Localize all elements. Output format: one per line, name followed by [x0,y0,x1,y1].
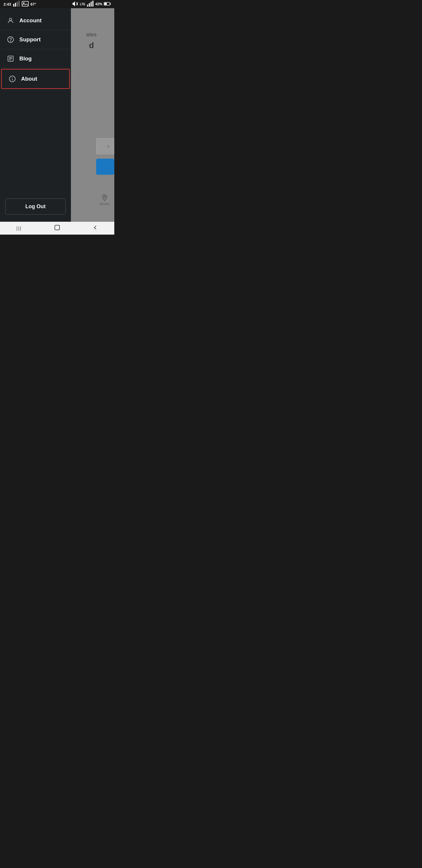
drawer-nav: Account Support [0,8,71,194]
svg-point-46 [85,75,85,76]
svg-rect-3 [19,1,20,6]
svg-point-44 [82,76,82,76]
svg-rect-10 [91,1,92,6]
servers-label: Servers [100,202,109,206]
svg-point-54 [10,41,11,41]
svg-point-18 [83,68,84,69]
svg-point-31 [80,72,80,72]
battery-percent: 42% [95,2,102,6]
svg-point-35 [86,73,86,74]
svg-point-21 [87,67,88,68]
support-label: Support [19,36,41,43]
svg-point-52 [9,18,12,21]
svg-point-23 [90,69,91,69]
svg-point-19 [85,68,85,68]
svg-point-27 [96,69,96,70]
lte-badge: LTE [80,3,85,6]
svg-rect-8 [87,4,88,6]
temperature: 67° [30,2,36,6]
svg-point-25 [93,69,94,70]
svg-point-38 [90,73,91,74]
recent-apps-icon: ||| [17,226,22,231]
person-icon [6,17,15,25]
back-icon [92,224,99,232]
svg-rect-62 [55,225,60,230]
account-label: Account [19,17,42,24]
logout-button[interactable]: Log Out [5,198,66,215]
svg-point-20 [86,69,86,69]
svg-rect-4 [22,1,28,6]
svg-point-39 [91,72,92,73]
svg-point-30 [78,72,79,73]
drawer: Account Support [0,8,71,222]
svg-point-33 [83,73,84,74]
sidebar-item-blog[interactable]: Blog [0,49,71,68]
back-button[interactable] [76,222,114,235]
svg-point-42 [78,75,79,76]
svg-point-29 [98,71,99,72]
svg-point-24 [91,68,92,68]
image-icon [22,0,29,8]
svg-point-48 [87,76,88,76]
svg-rect-0 [13,4,14,7]
svg-rect-14 [104,3,107,5]
mute-icon [71,0,78,8]
svg-point-49 [89,77,89,78]
battery-icon [104,0,111,8]
main-container: ates d › [0,8,114,222]
signal-icon [13,0,20,8]
home-icon [54,224,61,232]
svg-point-22 [89,68,89,69]
info-circle-icon [8,75,17,83]
bg-servers-nav: Servers [100,194,109,206]
svg-point-34 [85,72,85,73]
svg-point-32 [82,73,82,73]
sidebar-item-account[interactable]: Account [0,11,71,30]
status-bar: 2:43 67° LTE [0,0,114,8]
svg-point-26 [94,70,95,71]
sidebar-item-support[interactable]: Support [0,30,71,49]
svg-rect-13 [110,3,111,4]
time: 2:43 [3,2,11,6]
recent-apps-button[interactable]: ||| [0,222,38,235]
svg-point-16 [80,69,80,69]
svg-point-45 [83,76,84,77]
world-map [73,56,109,91]
svg-rect-11 [92,1,94,6]
cellular-icon [87,0,94,8]
home-button[interactable] [38,222,76,235]
drawer-footer: Log Out [0,194,71,222]
bg-chevron-row: › [96,138,114,154]
svg-rect-2 [17,1,18,6]
svg-point-17 [82,69,82,70]
android-nav-bar: ||| [0,222,114,235]
sidebar-item-about[interactable]: About [1,69,70,89]
status-left: 2:43 67° [3,0,36,8]
about-label: About [21,76,37,82]
svg-point-41 [94,75,95,76]
svg-point-40 [93,75,94,75]
status-right: LTE 42% [71,0,111,8]
blog-label: Blog [19,55,32,62]
help-circle-icon [6,35,15,44]
svg-rect-1 [15,3,16,6]
svg-rect-9 [89,3,90,6]
background-content: ates d › [69,8,114,222]
svg-point-43 [80,75,80,75]
svg-point-37 [89,74,89,75]
svg-point-15 [78,70,79,70]
svg-point-50 [90,76,91,77]
svg-point-28 [97,71,98,71]
svg-point-47 [86,77,86,78]
bg-top-text: ates [86,32,97,38]
bg-connect-button [96,159,114,175]
svg-point-36 [87,73,88,73]
svg-point-51 [104,196,105,198]
bg-main-text: d [89,41,94,50]
newspaper-icon [6,55,15,63]
